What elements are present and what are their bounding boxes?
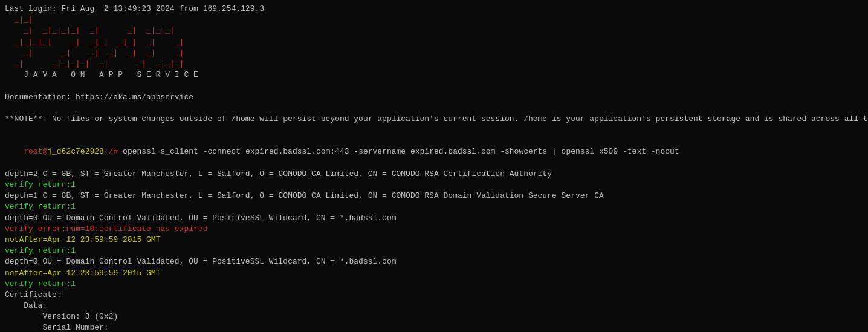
output-line-6: notAfter=Apr 12 23:59:59 2015 GMT	[5, 235, 863, 246]
documentation-line: Documentation: https://aka.ms/appservice	[5, 92, 863, 103]
output-line-2: depth=1 C = GB, ST = Greater Manchester,…	[5, 190, 863, 201]
output-line-4: depth=0 OU = Domain Control Validated, O…	[5, 213, 863, 224]
ascii-art-2: _| _|_|_|_| _| _| _|_|_|	[5, 25, 863, 36]
ascii-art-1: _|_|	[5, 15, 863, 25]
command-line: root@j_d62c7e2928:/# openssl s_client -c…	[5, 135, 863, 169]
ascii-art-5: _| _|_|_|_| _| _| _|_|_|	[5, 59, 863, 70]
output-line-9: notAfter=Apr 12 23:59:59 2015 GMT	[5, 268, 863, 279]
java-on-app-service: J A V A O N A P P S E R V I C E	[5, 70, 863, 80]
last-login-line: Last login: Fri Aug 2 13:49:23 2024 from…	[5, 4, 863, 15]
output-line-1: verify return:1	[5, 180, 863, 190]
prompt-host: j_d62c7e2928	[47, 147, 104, 156]
output-line-3: verify return:1	[5, 201, 863, 212]
prompt-user: root@	[24, 147, 47, 156]
output-line-10: verify return:1	[5, 279, 863, 290]
output-line-7: verify return:1	[5, 246, 863, 256]
output-line-8: depth=0 OU = Domain Control Validated, O…	[5, 256, 863, 267]
ascii-art-3: _|_|_|_| _| _|_| _|_| _| _|	[5, 37, 863, 48]
prompt-path: :/#	[104, 147, 123, 156]
output-line-13: Version: 3 (0x2)	[5, 311, 863, 322]
note-line: **NOTE**: No files or system changes out…	[5, 114, 863, 125]
output-line-5: verify error:num=10:certificate has expi…	[5, 224, 863, 235]
output-lines: depth=2 C = GB, ST = Greater Manchester,…	[5, 169, 863, 332]
ascii-art-4: _| _| _| _| _| _| _|	[5, 48, 863, 59]
output-line-12: Data:	[5, 301, 863, 311]
prompt-command: openssl s_client -connect expired.badssl…	[123, 147, 679, 156]
output-line-14: Serial Number:	[5, 322, 863, 332]
output-line-11: Certificate:	[5, 290, 863, 301]
terminal: Last login: Fri Aug 2 13:49:23 2024 from…	[0, 0, 868, 332]
output-line-0: depth=2 C = GB, ST = Greater Manchester,…	[5, 169, 863, 180]
